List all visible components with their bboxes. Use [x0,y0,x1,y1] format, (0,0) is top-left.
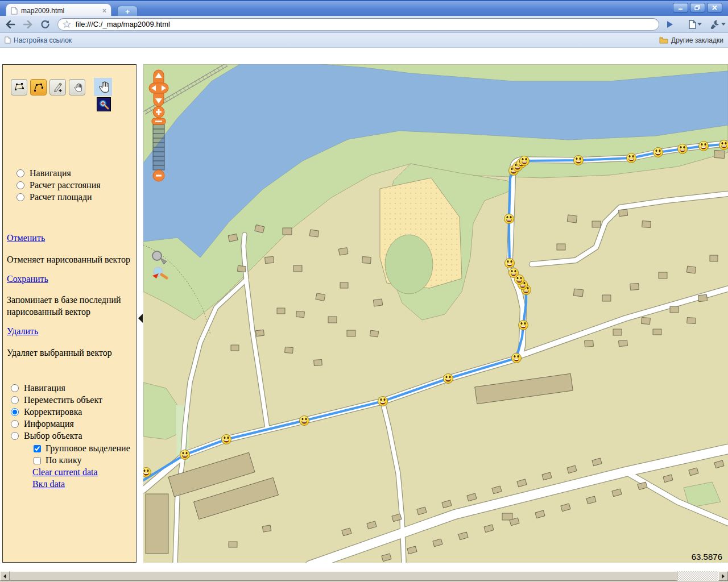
enable-data-link[interactable]: Вкл data [32,479,65,489]
radio-label: Переместить объект [24,395,102,405]
plus-icon: + [125,8,130,15]
radio-row-correction[interactable]: Корректировка [11,407,82,417]
checkbox-label: По клику [46,455,81,465]
checkbox-label: Групповое выделение [46,443,130,454]
chevron-down-icon [721,23,726,26]
hand-icon [96,80,110,94]
radio-input[interactable] [11,420,19,428]
coordinate-readout: 63.5876 [692,552,722,562]
reload-button[interactable] [38,18,53,31]
radio-row-move-object[interactable]: Переместить объект [11,395,102,405]
reload-icon [40,20,50,29]
window-restore-button[interactable] [690,3,705,13]
right-arrow-icon [722,574,725,579]
bookmark-label: Настройка ссылок [14,36,72,44]
radio-row-select-object[interactable]: Выбор объекта [11,431,82,441]
radio-row-navigation[interactable]: Навигация [16,168,71,178]
tab-title: map2009.html [21,7,99,15]
radio-label: Навигация [30,168,71,178]
other-bookmarks-button[interactable]: Другие закладки [659,36,723,44]
checkbox-input[interactable] [34,445,41,452]
radio-label: Информация [24,419,74,429]
page-icon [5,36,11,44]
save-description: Запоминает в базе последний нарисованный… [7,294,134,318]
checkbox-input[interactable] [34,457,41,464]
sidebar-collapse-handle[interactable] [138,314,143,323]
tool-pan-hand-button[interactable] [69,79,85,95]
browser-toolbar [0,16,728,33]
tab-close-icon[interactable]: × [102,7,106,14]
pencil-plus-icon [52,82,63,93]
window-minimize-button[interactable] [673,3,688,13]
forward-button[interactable] [20,18,35,31]
select-area-icon [14,82,24,92]
radio-row-distance[interactable]: Расчет расстояния [16,180,101,190]
radio-label: Выбор объекта [24,431,82,441]
radio-row-information[interactable]: Информация [11,419,74,429]
tool-select-area-button[interactable] [11,79,27,95]
new-tab-button[interactable]: + [117,6,138,17]
delete-link[interactable]: Удалить [7,326,38,336]
radio-label: Расчет площади [30,192,92,202]
radio-label: Корректировка [24,407,82,417]
checkbox-row-group-selection[interactable]: Групповое выделение [34,443,130,454]
back-arrow-icon [5,20,15,28]
radio-input[interactable] [16,169,24,177]
zoom-in-icon [98,99,109,110]
radio-row-navigation2[interactable]: Навигация [11,383,65,393]
tool-draw-polygon-button[interactable] [30,79,47,95]
map-graphic [143,64,728,563]
pan-cursor-icon [94,78,112,96]
wrench-icon [710,19,720,29]
radio-label: Навигация [24,383,65,393]
browser-tab-strip: map2009.html × + [0,0,728,16]
radio-input[interactable] [11,396,19,404]
scrollbar-thumb[interactable] [10,571,677,581]
bookmark-configure-links[interactable]: Настройка ссылок [5,36,72,44]
radio-label: Расчет расстояния [30,180,101,190]
left-arrow-icon [3,574,6,579]
page-icon [688,20,696,29]
horizontal-scrollbar[interactable] [0,571,728,581]
radio-input[interactable] [16,181,24,189]
cancel-link[interactable]: Отменить [7,233,45,243]
go-arrow-icon [667,20,673,28]
radio-row-area[interactable]: Расчет площади [16,192,92,202]
cancel-description: Отменяет нарисованный вектор [7,253,134,265]
scroll-right-button[interactable] [718,571,728,581]
delete-description: Удаляет выбранный вектор [7,347,134,359]
scroll-left-button[interactable] [0,571,10,581]
folder-icon [659,36,668,44]
radio-input[interactable] [16,193,24,201]
bookmarks-bar: Настройка ссылок Другие закладки [0,33,728,48]
save-link[interactable]: Сохранить [7,274,48,284]
window-close-button[interactable] [707,3,722,13]
omnibox[interactable] [57,18,660,31]
page-favicon [11,7,18,15]
radio-input[interactable] [11,432,19,440]
clear-current-data-link[interactable]: Clear current data [32,467,98,477]
tool-zoom-in-button[interactable] [97,97,111,111]
chevron-down-icon [697,23,702,26]
page-menu-button[interactable] [685,18,705,31]
map-canvas[interactable]: 63.5876 [143,64,728,563]
tool-draw-vector-button[interactable] [49,79,66,95]
forward-arrow-icon [23,20,33,28]
wrench-menu-button[interactable] [708,18,728,31]
draw-polygon-icon [33,82,44,92]
radio-input[interactable] [11,408,19,416]
url-field[interactable] [75,19,655,29]
bookmark-star-icon[interactable] [63,20,71,28]
browser-tab[interactable]: map2009.html × [6,3,111,17]
go-button[interactable] [663,18,677,31]
map-control-panel: Навигация Расчет расстояния Расчет площа… [2,64,136,563]
radio-input[interactable] [11,384,19,392]
hand-icon [72,82,83,93]
bookmark-label: Другие закладки [671,36,723,44]
back-button[interactable] [3,18,18,31]
checkbox-row-by-click[interactable]: По клику [34,455,81,465]
